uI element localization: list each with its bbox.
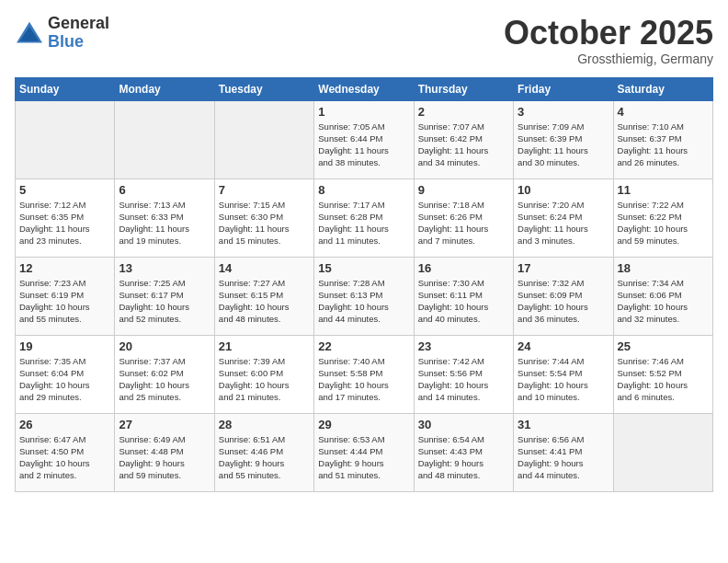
day-number: 28 [219, 418, 310, 431]
table-row: 18Sunrise: 7:34 AM Sunset: 6:06 PM Dayli… [613, 257, 712, 335]
day-number: 5 [19, 183, 110, 197]
day-number: 21 [219, 339, 310, 353]
page-header: General Blue October 2025 Grossthiemig, … [15, 15, 713, 66]
header-row: Sunday Monday Tuesday Wednesday Thursday… [16, 77, 713, 100]
table-row: 9Sunrise: 7:18 AM Sunset: 6:26 PM Daylig… [414, 178, 513, 257]
day-info: Sunrise: 6:49 AM Sunset: 4:48 PM Dayligh… [119, 433, 210, 482]
table-row [613, 413, 712, 491]
day-number: 17 [518, 261, 609, 275]
day-info: Sunrise: 7:27 AM Sunset: 6:15 PM Dayligh… [219, 277, 310, 326]
day-info: Sunrise: 7:34 AM Sunset: 6:06 PM Dayligh… [618, 277, 709, 326]
day-info: Sunrise: 6:51 AM Sunset: 4:46 PM Dayligh… [219, 433, 310, 482]
day-number: 2 [418, 105, 509, 119]
day-number: 10 [518, 183, 609, 197]
day-number: 25 [618, 339, 709, 353]
day-number: 6 [119, 183, 210, 197]
day-info: Sunrise: 7:12 AM Sunset: 6:35 PM Dayligh… [19, 199, 110, 247]
day-info: Sunrise: 7:07 AM Sunset: 6:42 PM Dayligh… [418, 121, 509, 169]
day-info: Sunrise: 7:23 AM Sunset: 6:19 PM Dayligh… [19, 277, 110, 326]
table-row: 26Sunrise: 6:47 AM Sunset: 4:50 PM Dayli… [16, 413, 115, 491]
day-number: 29 [318, 418, 409, 431]
logo-icon [15, 20, 44, 46]
table-row: 15Sunrise: 7:28 AM Sunset: 6:13 PM Dayli… [314, 257, 414, 335]
day-info: Sunrise: 7:15 AM Sunset: 6:30 PM Dayligh… [219, 199, 310, 247]
day-info: Sunrise: 7:44 AM Sunset: 5:54 PM Dayligh… [518, 355, 609, 404]
table-row: 23Sunrise: 7:42 AM Sunset: 5:56 PM Dayli… [414, 335, 513, 413]
table-row: 6Sunrise: 7:13 AM Sunset: 6:33 PM Daylig… [115, 178, 214, 257]
table-row: 7Sunrise: 7:15 AM Sunset: 6:30 PM Daylig… [214, 178, 313, 257]
header-saturday: Saturday [613, 77, 712, 100]
table-row: 24Sunrise: 7:44 AM Sunset: 5:54 PM Dayli… [514, 335, 613, 413]
day-number: 12 [19, 261, 110, 275]
day-info: Sunrise: 7:40 AM Sunset: 5:58 PM Dayligh… [318, 355, 409, 404]
header-friday: Friday [514, 77, 613, 100]
day-number: 15 [318, 261, 409, 275]
table-row: 13Sunrise: 7:25 AM Sunset: 6:17 PM Dayli… [115, 257, 214, 335]
logo-text: General Blue [48, 15, 109, 52]
table-row: 20Sunrise: 7:37 AM Sunset: 6:02 PM Dayli… [115, 335, 214, 413]
header-wednesday: Wednesday [314, 77, 414, 100]
day-info: Sunrise: 7:10 AM Sunset: 6:37 PM Dayligh… [618, 121, 709, 169]
table-row [214, 100, 313, 178]
table-row: 29Sunrise: 6:53 AM Sunset: 4:44 PM Dayli… [314, 413, 414, 491]
day-info: Sunrise: 7:13 AM Sunset: 6:33 PM Dayligh… [119, 199, 210, 247]
day-info: Sunrise: 6:47 AM Sunset: 4:50 PM Dayligh… [19, 433, 110, 482]
day-number: 27 [119, 418, 210, 431]
day-info: Sunrise: 7:30 AM Sunset: 6:11 PM Dayligh… [418, 277, 509, 326]
day-info: Sunrise: 7:05 AM Sunset: 6:44 PM Dayligh… [318, 121, 409, 169]
day-number: 13 [119, 261, 210, 275]
day-info: Sunrise: 7:35 AM Sunset: 6:04 PM Dayligh… [19, 355, 110, 404]
day-info: Sunrise: 6:54 AM Sunset: 4:43 PM Dayligh… [418, 433, 509, 482]
calendar-week-3: 12Sunrise: 7:23 AM Sunset: 6:19 PM Dayli… [16, 257, 713, 335]
logo-blue-text: Blue [48, 33, 109, 52]
calendar-week-5: 26Sunrise: 6:47 AM Sunset: 4:50 PM Dayli… [16, 413, 713, 491]
day-number: 23 [418, 339, 509, 353]
day-info: Sunrise: 7:20 AM Sunset: 6:24 PM Dayligh… [518, 199, 609, 247]
day-number: 20 [119, 339, 210, 353]
day-info: Sunrise: 7:46 AM Sunset: 5:52 PM Dayligh… [618, 355, 709, 404]
day-number: 31 [518, 418, 609, 431]
day-info: Sunrise: 6:56 AM Sunset: 4:41 PM Dayligh… [518, 433, 609, 482]
table-row: 12Sunrise: 7:23 AM Sunset: 6:19 PM Dayli… [16, 257, 115, 335]
title-block: October 2025 Grossthiemig, Germany [504, 15, 713, 66]
table-row: 1Sunrise: 7:05 AM Sunset: 6:44 PM Daylig… [314, 100, 414, 178]
day-info: Sunrise: 7:39 AM Sunset: 6:00 PM Dayligh… [219, 355, 310, 404]
day-number: 24 [518, 339, 609, 353]
day-number: 11 [618, 183, 709, 197]
day-number: 22 [318, 339, 409, 353]
day-number: 14 [219, 261, 310, 275]
table-row: 8Sunrise: 7:17 AM Sunset: 6:28 PM Daylig… [314, 178, 414, 257]
table-row: 31Sunrise: 6:56 AM Sunset: 4:41 PM Dayli… [514, 413, 613, 491]
header-tuesday: Tuesday [214, 77, 313, 100]
table-row: 27Sunrise: 6:49 AM Sunset: 4:48 PM Dayli… [115, 413, 214, 491]
table-row: 25Sunrise: 7:46 AM Sunset: 5:52 PM Dayli… [613, 335, 712, 413]
table-row [16, 100, 115, 178]
calendar-week-4: 19Sunrise: 7:35 AM Sunset: 6:04 PM Dayli… [16, 335, 713, 413]
table-row: 2Sunrise: 7:07 AM Sunset: 6:42 PM Daylig… [414, 100, 513, 178]
calendar-title: October 2025 [504, 15, 713, 52]
day-info: Sunrise: 6:53 AM Sunset: 4:44 PM Dayligh… [318, 433, 409, 482]
table-row: 14Sunrise: 7:27 AM Sunset: 6:15 PM Dayli… [214, 257, 313, 335]
logo-general-text: General [48, 15, 109, 33]
day-info: Sunrise: 7:32 AM Sunset: 6:09 PM Dayligh… [518, 277, 609, 326]
table-row: 4Sunrise: 7:10 AM Sunset: 6:37 PM Daylig… [613, 100, 712, 178]
calendar-table: Sunday Monday Tuesday Wednesday Thursday… [15, 77, 713, 492]
calendar-week-2: 5Sunrise: 7:12 AM Sunset: 6:35 PM Daylig… [16, 178, 713, 257]
day-info: Sunrise: 7:17 AM Sunset: 6:28 PM Dayligh… [318, 199, 409, 247]
table-row: 11Sunrise: 7:22 AM Sunset: 6:22 PM Dayli… [613, 178, 712, 257]
day-info: Sunrise: 7:18 AM Sunset: 6:26 PM Dayligh… [418, 199, 509, 247]
day-number: 3 [518, 105, 609, 119]
day-info: Sunrise: 7:28 AM Sunset: 6:13 PM Dayligh… [318, 277, 409, 326]
table-row: 10Sunrise: 7:20 AM Sunset: 6:24 PM Dayli… [514, 178, 613, 257]
day-number: 30 [418, 418, 509, 431]
day-number: 19 [19, 339, 110, 353]
table-row: 30Sunrise: 6:54 AM Sunset: 4:43 PM Dayli… [414, 413, 513, 491]
table-row: 3Sunrise: 7:09 AM Sunset: 6:39 PM Daylig… [514, 100, 613, 178]
day-number: 8 [318, 183, 409, 197]
day-info: Sunrise: 7:42 AM Sunset: 5:56 PM Dayligh… [418, 355, 509, 404]
table-row: 19Sunrise: 7:35 AM Sunset: 6:04 PM Dayli… [16, 335, 115, 413]
header-monday: Monday [115, 77, 214, 100]
day-info: Sunrise: 7:22 AM Sunset: 6:22 PM Dayligh… [618, 199, 709, 247]
header-sunday: Sunday [16, 77, 115, 100]
table-row: 16Sunrise: 7:30 AM Sunset: 6:11 PM Dayli… [414, 257, 513, 335]
